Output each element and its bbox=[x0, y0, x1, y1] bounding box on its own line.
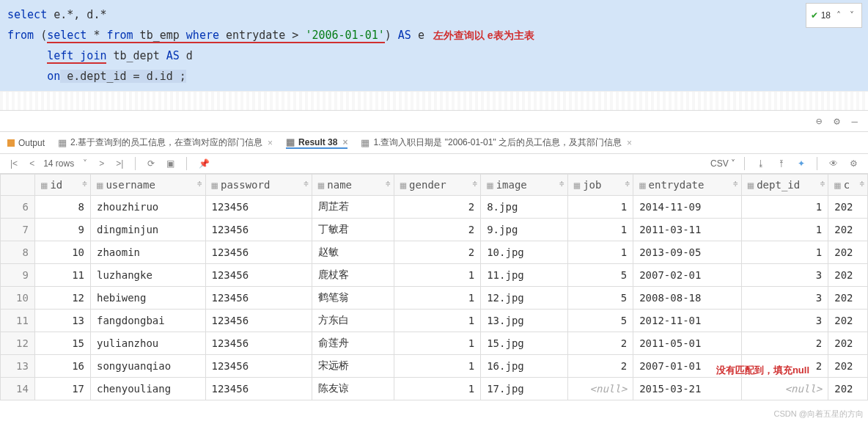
column-header-c[interactable]: ▦c≑ bbox=[828, 175, 868, 196]
sync-icon[interactable]: ✦ bbox=[795, 157, 808, 170]
tab-output[interactable]: Output bbox=[7, 138, 45, 148]
table-row[interactable]: 79dingminjun123456丁敏君29.jpg12011-03-1112… bbox=[1, 219, 868, 241]
check-icon: ✔ bbox=[811, 5, 818, 26]
download-icon[interactable]: ⭳ bbox=[754, 157, 768, 170]
editor-gutter bbox=[0, 91, 868, 110]
column-header-password[interactable]: ▦password≑ bbox=[205, 175, 312, 196]
tab-query-2[interactable]: ▦ 1.查询入职日期是 "2006-01-01" 之后的员工信息，及其部门信息 … bbox=[361, 136, 632, 149]
column-header-id[interactable]: ▦id≑ bbox=[34, 175, 90, 196]
grid-icon: ▦ bbox=[58, 137, 67, 148]
result-grid[interactable]: ▦id≑▦username≑▦password≑▦name≑▦gender≑▦i… bbox=[0, 174, 868, 400]
chevron-up-icon[interactable]: ˄ bbox=[834, 5, 844, 26]
tab-query-1[interactable]: ▦ 2.基于查询到的员工信息，在查询对应的部门信息 × bbox=[58, 136, 273, 149]
close-icon[interactable]: × bbox=[627, 138, 632, 148]
prev-page-icon[interactable]: < bbox=[26, 157, 37, 170]
tab-result-38[interactable]: ▦ Result 38 × bbox=[286, 136, 347, 149]
column-header-entrydate[interactable]: ▦entrydate≑ bbox=[633, 175, 742, 196]
upload-icon[interactable]: ⭱ bbox=[774, 157, 789, 170]
grid-icon: ▦ bbox=[361, 137, 369, 148]
sql-editor[interactable]: ✔ 18 ˄ ˅ select e.*, d.*from (select * f… bbox=[0, 0, 868, 91]
close-circle-icon[interactable]: ⊖ bbox=[813, 114, 825, 128]
pin-icon[interactable]: 📌 bbox=[196, 157, 213, 170]
output-icon bbox=[7, 139, 15, 147]
table-row[interactable]: 810zhaomin123456赵敏210.jpg12013-09-051202 bbox=[1, 241, 868, 264]
tab-result-label: Result 38 bbox=[298, 137, 337, 147]
first-page-icon[interactable]: |< bbox=[7, 157, 21, 170]
rows-count[interactable]: 14 rows bbox=[43, 158, 74, 169]
table-row[interactable]: 1012hebiweng123456鹤笔翁112.jpg52008-08-183… bbox=[1, 287, 868, 310]
results-toolbar-top: ⊖ ⚙ — bbox=[0, 110, 868, 131]
close-icon[interactable]: × bbox=[342, 137, 347, 147]
dropdown-icon[interactable]: ˅ bbox=[80, 157, 90, 170]
tab-output-label: Output bbox=[18, 138, 45, 148]
inspection-badge[interactable]: ✔ 18 ˄ ˅ bbox=[806, 3, 862, 28]
minus-icon[interactable]: — bbox=[849, 114, 861, 128]
settings-icon[interactable]: ⚙ bbox=[847, 157, 861, 170]
next-page-icon[interactable]: > bbox=[96, 157, 107, 170]
badge-count: 18 bbox=[821, 5, 831, 26]
chevron-down-icon[interactable]: ˅ bbox=[847, 5, 857, 26]
column-header-dept_id[interactable]: ▦dept_id≑ bbox=[741, 175, 828, 196]
column-header-username[interactable]: ▦username≑ bbox=[90, 175, 205, 196]
grid-icon: ▦ bbox=[286, 136, 295, 147]
gear-icon[interactable]: ⚙ bbox=[831, 114, 842, 128]
column-header-job[interactable]: ▦job≑ bbox=[567, 175, 633, 196]
column-header-image[interactable]: ▦image≑ bbox=[481, 175, 568, 196]
refresh-icon[interactable]: ⟳ bbox=[144, 157, 158, 170]
column-header-gender[interactable]: ▦gender≑ bbox=[394, 175, 481, 196]
null-annotation: 没有匹配到，填充null bbox=[716, 364, 809, 377]
column-header-name[interactable]: ▦name≑ bbox=[312, 175, 394, 196]
export-format-select[interactable]: CSV ˅ bbox=[710, 158, 735, 169]
result-tabs: Output ▦ 2.基于查询到的员工信息，在查询对应的部门信息 × ▦ Res… bbox=[0, 131, 868, 154]
table-row[interactable]: 1113fangdongbai123456方东白113.jpg52012-11-… bbox=[1, 310, 868, 332]
stop-icon[interactable]: ▣ bbox=[163, 157, 177, 170]
table-row[interactable]: 911luzhangke123456鹿杖客111.jpg52007-02-013… bbox=[1, 264, 868, 287]
eye-icon[interactable]: 👁 bbox=[826, 157, 841, 170]
grid-toolbar: |< < 14 rows ˅ > >| ⟳ ▣ 📌 CSV ˅ ⭳ ⭱ ✦ 👁 … bbox=[0, 154, 868, 174]
tab-query-1-label: 2.基于查询到的员工信息，在查询对应的部门信息 bbox=[70, 136, 262, 149]
table-row[interactable]: 1215yulianzhou123456俞莲舟115.jpg22011-05-0… bbox=[1, 332, 868, 355]
table-row[interactable]: 1417chenyouliang123456陈友谅117.jpg<null>20… bbox=[1, 378, 868, 400]
table-row[interactable]: 68zhouzhiruo123456周芷若28.jpg12014-11-0912… bbox=[1, 196, 868, 219]
close-icon[interactable]: × bbox=[268, 138, 273, 148]
tab-query-2-label: 1.查询入职日期是 "2006-01-01" 之后的员工信息，及其部门信息 bbox=[373, 136, 622, 149]
last-page-icon[interactable]: >| bbox=[113, 157, 126, 170]
